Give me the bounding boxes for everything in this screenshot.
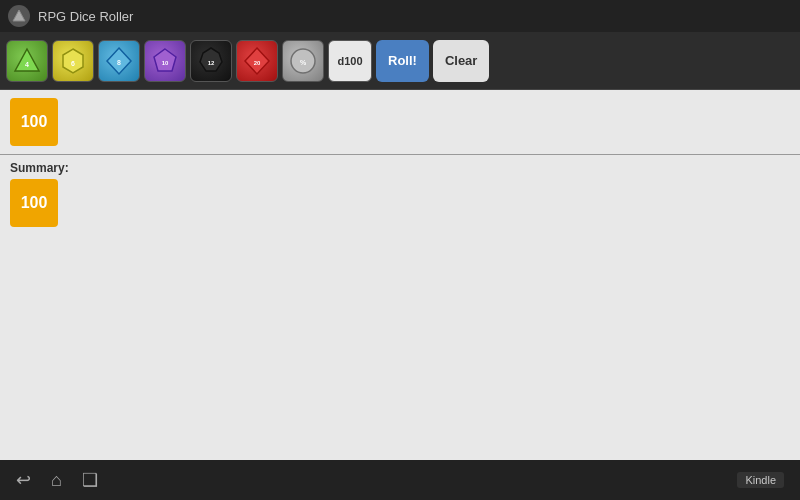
svg-text:%: % — [300, 59, 307, 66]
app-icon — [8, 5, 30, 27]
svg-text:20: 20 — [254, 60, 261, 66]
clear-button[interactable]: Clear — [433, 40, 490, 82]
d8-button[interactable]: 8 — [98, 40, 140, 82]
bottom-bar: ↩ ⌂ ❑ Kindle — [0, 460, 800, 500]
toolbar: 4 6 8 10 12 20 — [0, 32, 800, 90]
summary-section: Summary: 100 — [0, 155, 800, 233]
summary-tiles: 100 — [10, 179, 790, 227]
main-content: 100 Summary: 100 — [0, 90, 800, 460]
home-icon[interactable]: ⌂ — [51, 470, 62, 491]
d6-button[interactable]: 6 — [52, 40, 94, 82]
dpercent-button[interactable]: % — [282, 40, 324, 82]
bottom-left-nav: ↩ ⌂ ❑ — [16, 469, 98, 491]
app-title: RPG Dice Roller — [38, 9, 133, 24]
d100-text-button[interactable]: d100 — [328, 40, 372, 82]
d12-button[interactable]: 12 — [190, 40, 232, 82]
summary-label: Summary: — [10, 161, 790, 175]
result-tile: 100 — [10, 98, 58, 146]
svg-text:4: 4 — [25, 61, 29, 68]
svg-marker-0 — [13, 10, 25, 21]
back-icon[interactable]: ↩ — [16, 469, 31, 491]
svg-text:12: 12 — [208, 60, 215, 66]
d20-button[interactable]: 20 — [236, 40, 278, 82]
roll-button[interactable]: Roll! — [376, 40, 429, 82]
roll-results: 100 — [0, 90, 800, 155]
svg-text:10: 10 — [162, 60, 169, 66]
d10-button[interactable]: 10 — [144, 40, 186, 82]
d4-button[interactable]: 4 — [6, 40, 48, 82]
svg-text:6: 6 — [71, 60, 75, 67]
top-bar: RPG Dice Roller — [0, 0, 800, 32]
summary-tile: 100 — [10, 179, 58, 227]
apps-icon[interactable]: ❑ — [82, 469, 98, 491]
svg-text:8: 8 — [117, 59, 121, 66]
kindle-badge: Kindle — [737, 472, 784, 488]
